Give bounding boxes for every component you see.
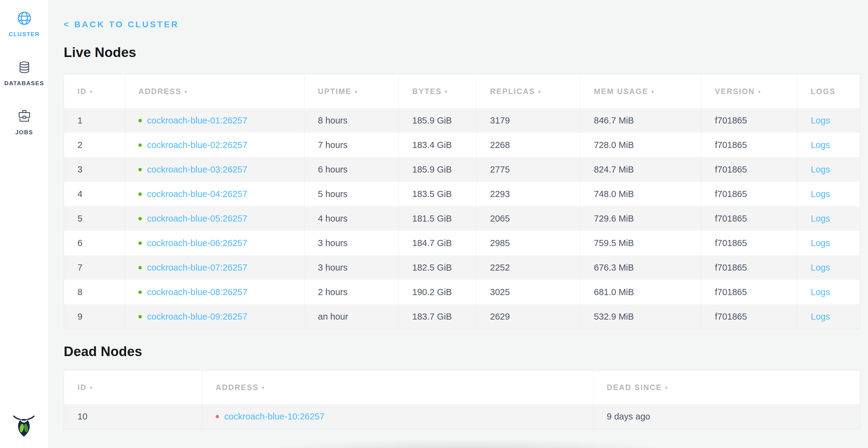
node-logs-cell: Logs — [797, 280, 860, 304]
node-address-link[interactable]: cockroach-blue-03:26257 — [147, 165, 247, 175]
sidebar-item-jobs[interactable]: JOBS — [0, 109, 49, 136]
column-header-address[interactable]: ADDRESS▾ — [125, 74, 305, 108]
main-content: < BACK TO CLUSTER Live Nodes ID▾ ADDRESS… — [49, 0, 868, 448]
node-mem-usage: 729.6 MiB — [580, 206, 702, 231]
node-logs-cell: Logs — [797, 157, 860, 182]
sort-arrow-icon: ▾ — [665, 384, 668, 391]
node-address-cell: cockroach-blue-08:26257 — [125, 280, 305, 304]
logs-link[interactable]: Logs — [811, 287, 830, 297]
column-header-id[interactable]: ID▾ — [64, 370, 202, 404]
live-nodes-table: ID▾ ADDRESS▾ UPTIME▾ BYTES▾ REPLICAS▾ ME… — [64, 74, 860, 329]
sort-arrow-icon: ▾ — [445, 88, 447, 95]
node-replicas: 2775 — [476, 157, 580, 182]
node-version: f701865 — [702, 133, 797, 157]
dead-nodes-table: ID▾ ADDRESS▾ DEAD SINCE▾ 10 cockroach-bl… — [64, 370, 860, 429]
node-mem-usage: 846.7 MiB — [580, 108, 702, 133]
live-status-dot — [138, 192, 142, 196]
column-header-address[interactable]: ADDRESS▾ — [202, 370, 593, 404]
node-address-cell: cockroach-blue-07:26257 — [125, 255, 305, 280]
logs-link[interactable]: Logs — [811, 165, 830, 175]
node-uptime: 7 hours — [305, 133, 399, 157]
node-mem-usage: 532.9 MiB — [580, 304, 702, 329]
node-uptime: 6 hours — [305, 157, 399, 182]
column-header-uptime[interactable]: UPTIME▾ — [305, 74, 399, 108]
sort-arrow-icon: ▾ — [90, 88, 92, 95]
table-row-node-5: 5 cockroach-blue-05:26257 4 hours 181.5 … — [64, 206, 860, 231]
node-address-link[interactable]: cockroach-blue-09:26257 — [147, 311, 247, 322]
back-to-cluster-link[interactable]: < BACK TO CLUSTER — [64, 20, 179, 29]
table-row-node-8: 8 cockroach-blue-08:26257 2 hours 190.2 … — [64, 280, 860, 304]
dead-nodes-header-row: ID▾ ADDRESS▾ DEAD SINCE▾ — [64, 370, 860, 404]
column-header-dead-since[interactable]: DEAD SINCE▾ — [593, 370, 860, 404]
node-bytes: 183.4 GiB — [399, 133, 476, 157]
logs-link[interactable]: Logs — [811, 238, 830, 248]
node-address-link[interactable]: cockroach-blue-08:26257 — [147, 287, 247, 297]
node-mem-usage: 748.0 MiB — [580, 182, 702, 206]
node-mem-usage: 681.0 MiB — [580, 280, 702, 304]
logs-link[interactable]: Logs — [811, 263, 830, 273]
sidebar-item-databases[interactable]: DATABASES — [0, 60, 49, 87]
node-id: 1 — [64, 108, 125, 133]
node-replicas: 2252 — [476, 255, 580, 280]
node-id: 8 — [64, 280, 125, 304]
node-bytes: 181.5 GiB — [399, 206, 476, 231]
node-version: f701865 — [702, 255, 797, 280]
node-address-cell: cockroach-blue-06:26257 — [125, 231, 305, 255]
briefcase-icon — [17, 109, 32, 123]
node-replicas: 3179 — [476, 108, 580, 133]
node-uptime: an hour — [305, 304, 399, 329]
logs-link[interactable]: Logs — [811, 311, 830, 322]
node-bytes: 185.9 GiB — [399, 157, 476, 182]
sort-arrow-icon: ▾ — [90, 384, 92, 391]
node-id: 5 — [64, 206, 125, 231]
node-address-link[interactable]: cockroach-blue-06:26257 — [147, 238, 247, 248]
table-row-node-2: 2 cockroach-blue-02:26257 7 hours 183.4 … — [64, 133, 860, 157]
logs-link[interactable]: Logs — [811, 116, 830, 126]
node-address-link[interactable]: cockroach-blue-07:26257 — [147, 263, 247, 273]
logs-link[interactable]: Logs — [811, 189, 830, 199]
column-header-version[interactable]: VERSION▾ — [702, 74, 797, 108]
logs-link[interactable]: Logs — [811, 214, 830, 224]
node-version: f701865 — [702, 304, 797, 329]
node-mem-usage: 728.0 MiB — [580, 133, 702, 157]
sort-arrow-icon: ▾ — [758, 88, 761, 95]
column-header-id[interactable]: ID▾ — [64, 74, 125, 108]
node-address-link[interactable]: cockroach-blue-10:26257 — [224, 412, 324, 422]
logs-link[interactable]: Logs — [811, 140, 830, 150]
node-version: f701865 — [702, 108, 797, 133]
node-version: f701865 — [702, 157, 797, 182]
node-address-link[interactable]: cockroach-blue-04:26257 — [147, 189, 247, 199]
node-bytes: 185.9 GiB — [399, 108, 476, 133]
live-status-dot — [138, 241, 142, 245]
column-header-replicas[interactable]: REPLICAS▾ — [476, 74, 580, 108]
table-row-node-1: 1 cockroach-blue-01:26257 8 hours 185.9 … — [64, 108, 860, 133]
node-bytes: 182.5 GiB — [399, 255, 476, 280]
live-status-dot — [138, 266, 142, 269]
dead-nodes-title: Dead Nodes — [64, 344, 142, 359]
sort-arrow-icon: ▾ — [355, 88, 357, 95]
node-id: 2 — [64, 133, 125, 157]
table-row-node-4: 4 cockroach-blue-04:26257 5 hours 183.5 … — [64, 182, 860, 206]
table-row-node-6: 6 cockroach-blue-06:26257 3 hours 184.7 … — [64, 231, 860, 255]
node-uptime: 8 hours — [305, 108, 399, 133]
node-id: 6 — [64, 231, 125, 255]
node-address-link[interactable]: cockroach-blue-01:26257 — [147, 116, 247, 126]
live-nodes-header-row: ID▾ ADDRESS▾ UPTIME▾ BYTES▾ REPLICAS▾ ME… — [64, 74, 860, 108]
sidebar-item-label: DATABASES — [4, 80, 44, 87]
node-bytes: 183.5 GiB — [399, 182, 476, 206]
node-address-link[interactable]: cockroach-blue-05:26257 — [147, 214, 247, 224]
node-mem-usage: 759.5 MiB — [580, 231, 702, 255]
cockroachdb-logo-icon — [12, 413, 36, 438]
column-header-mem-usage[interactable]: MEM USAGE▾ — [580, 74, 702, 108]
node-address-cell: cockroach-blue-10:26257 — [202, 404, 593, 429]
node-replicas: 2629 — [476, 304, 580, 329]
node-logs-cell: Logs — [797, 206, 860, 231]
node-address-cell: cockroach-blue-05:26257 — [125, 206, 305, 231]
node-address-link[interactable]: cockroach-blue-02:26257 — [147, 140, 247, 150]
database-icon — [17, 60, 32, 74]
node-replicas: 2065 — [476, 206, 580, 231]
node-replicas: 2985 — [476, 231, 580, 255]
sidebar-item-cluster[interactable]: CLUSTER — [0, 11, 49, 38]
node-id: 9 — [64, 304, 125, 329]
column-header-bytes[interactable]: BYTES▾ — [399, 74, 476, 108]
